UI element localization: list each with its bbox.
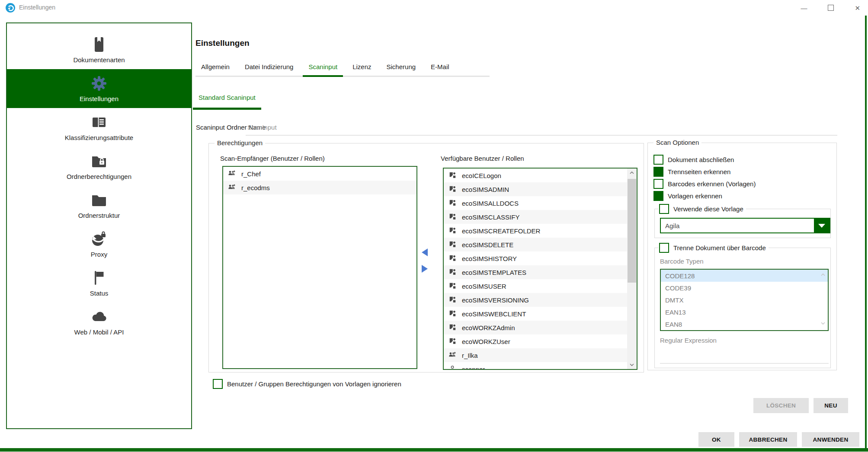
tab-sicherung[interactable]: Sicherung [381,60,422,76]
role-icon [448,296,456,304]
list-item-label: ecoSIMSCREATEFOLDER [462,227,540,235]
barcode-type-item[interactable]: DMTX [661,294,828,306]
cloud-icon [90,308,108,325]
scrollbar-thumb[interactable] [628,179,636,283]
maximize-icon[interactable] [828,5,834,11]
use-template-checkbox[interactable] [659,204,669,214]
list-item[interactable]: ecoSIMSCREATEFOLDER [444,224,627,238]
scan-recipients-list: r_Chef r_ecodms [222,166,417,369]
list-item[interactable]: ecoSIMSHISTORY [444,251,627,265]
sidebar-item-status[interactable]: Status [7,264,191,302]
gear-icon [90,75,108,92]
sidebar-item-dokumentenarten[interactable]: Dokumentenarten [7,30,191,69]
use-template-legend: Verwende diese Vorlage [658,204,746,214]
window-title: Einstellungen [19,4,55,11]
sidebar-item-proxy[interactable]: Proxy [7,225,191,264]
scroll-up-icon[interactable] [627,169,637,177]
list-item-label: ecoWORKZAdmin [462,324,515,331]
flag-icon [90,269,108,286]
barcode-type-item[interactable]: EAN13 [661,306,828,318]
tab-allgemein[interactable]: Allgemein [195,60,235,76]
list-item-label: ecoICELogon [462,172,501,179]
role-icon [448,185,456,193]
list-item[interactable]: ecoWORKZUser [444,334,627,348]
barcode-type-item[interactable]: EAN8 [661,318,828,330]
list-item-label: ecoSIMSWEBCLIENT [462,310,526,318]
scrollbar[interactable] [627,169,637,369]
sidebar-item-ordnerberechtigungen[interactable]: Ordnerberechtigungen [7,147,191,186]
split-by-barcode-checkbox[interactable] [659,243,669,253]
dropdown-button[interactable] [814,219,830,232]
list-item[interactable]: ecoSIMSVERSIONING [444,293,627,307]
list-item-label: ecoSIMSHISTORY [462,255,517,262]
detect-templates-checkbox[interactable] [653,191,663,201]
detect-templates-row: Vorlagen erkennen [653,191,722,201]
list-item[interactable]: ecoSIMSCLASSIFY [444,210,627,224]
move-left-button[interactable] [422,248,429,257]
ignore-template-permissions-checkbox[interactable] [213,379,223,389]
tab-standard-scaninput[interactable]: Standard Scaninput [193,94,261,110]
scan-recipients-title: Scan-Empfänger (Benutzer / Rollen) [220,155,325,162]
list-item[interactable]: r_Chef [223,167,416,181]
role-icon [448,268,456,276]
role-icon [448,172,456,179]
regular-expression-input[interactable] [660,363,829,364]
ok-button[interactable]: OK [698,432,734,447]
list-item[interactable]: ecoSIMSWEBCLIENT [444,307,627,321]
settings-sidebar: Dokumentenarten Einstellungen Klassifizi… [6,22,192,429]
apply-button[interactable]: ANWENDEN [802,432,859,447]
list-item-label: ecoSIMSTEMPLATES [462,269,526,276]
scaninput-folder-name-input[interactable]: ScanInput [247,124,277,131]
sidebar-item-label: Dokumentenarten [73,56,125,64]
barcode-type-item[interactable]: CODE128 [661,270,828,282]
template-dropdown[interactable]: Agila [660,218,830,233]
minimize-icon[interactable]: — [801,5,807,11]
list-item-label: ecoSIMSDELETE [462,241,513,248]
list-item[interactable]: ecoSIMSADMIN [444,182,627,196]
list-item[interactable]: ecoWORKZAdmin [444,321,627,334]
tab-scaninput[interactable]: Scaninput [303,60,343,77]
list-item[interactable]: ecoSIMSALLDOCS [444,196,627,210]
list-item[interactable]: r_Ilka [444,348,627,362]
tab-datei-indizierung[interactable]: Datei Indizierung [239,60,299,76]
detect-separator-pages-checkbox[interactable] [653,167,663,177]
sidebar-item-einstellungen[interactable]: Einstellungen [7,69,191,108]
sidebar-item-klassifizierungsattribute[interactable]: Klassifizierungsattribute [7,108,191,147]
list-item[interactable]: ecoSIMSTEMPLATES [444,265,627,279]
permissions-groupbox: Berechtigungen Scan-Empfänger (Benutzer … [208,143,644,372]
settings-tabs: Allgemein Datei Indizierung Scaninput Li… [195,60,490,77]
tab-lizenz[interactable]: Lizenz [347,60,377,76]
role-icon [448,213,456,221]
tab-email[interactable]: E-Mail [425,60,455,76]
sidebar-item-label: Status [90,290,109,297]
move-right-button[interactable] [422,265,429,274]
barcode-type-item[interactable]: CODE39 [661,282,828,294]
barcode-types-list: CODE128 CODE39 DMTX EAN13 EAN8 [660,269,829,331]
ignore-template-permissions-label: Benutzer / Gruppen Berechtigungen von Vo… [227,380,401,388]
close-icon[interactable]: ✕ [855,5,860,11]
page-title: Einstellungen [195,38,250,48]
scroll-down-icon[interactable] [820,320,826,328]
split-by-barcode-label: Trenne Dokument über Barcode [673,244,766,251]
list-item-label: r_Ilka [462,352,478,359]
list-item[interactable]: ecoSIMSDELETE [444,238,627,251]
available-users-list: ecoICELogon ecoSIMSADMIN ecoSIMSALLDOCS … [443,168,637,370]
list-item-label: ecoSIMSVERSIONING [462,296,529,304]
id-card-icon [90,114,108,131]
finish-document-checkbox[interactable] [653,155,663,165]
scan-options-group-title: Scan Optionen [653,139,701,146]
scroll-down-icon[interactable] [627,360,637,369]
list-item[interactable]: ecoICELogon [444,169,627,182]
list-item[interactable]: scanner [444,362,627,370]
list-item[interactable]: ecoSIMSUSER [444,279,627,293]
split-by-barcode-legend: Trenne Dokument über Barcode [658,243,769,253]
detect-barcodes-checkbox[interactable] [653,179,663,189]
list-item[interactable]: r_ecodms [223,181,416,194]
delete-button[interactable]: LÖSCHEN [753,398,809,413]
list-item-label: r_Chef [241,170,261,178]
cancel-button[interactable]: ABBRECHEN [739,432,797,447]
scroll-up-icon[interactable] [820,272,826,280]
sidebar-item-web-mobil-api[interactable]: Web / Mobil / API [7,302,191,341]
new-button[interactable]: NEU [814,398,848,413]
sidebar-item-ordnerstruktur[interactable]: Ordnerstruktur [7,186,191,225]
